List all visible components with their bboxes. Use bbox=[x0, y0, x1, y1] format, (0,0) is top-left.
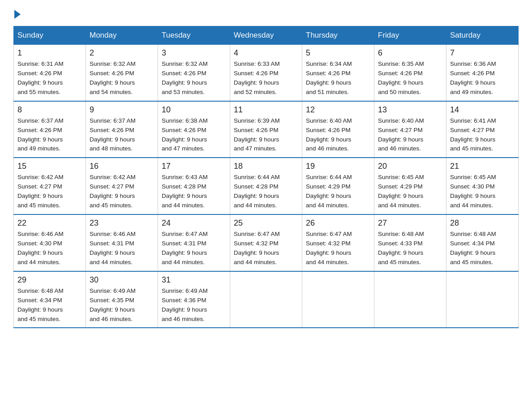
day-number: 3 bbox=[162, 48, 226, 58]
calendar-cell: 26 Sunrise: 6:47 AMSunset: 4:32 PMDaylig… bbox=[302, 214, 374, 271]
calendar-cell: 31 Sunrise: 6:49 AMSunset: 4:36 PMDaylig… bbox=[158, 271, 230, 328]
day-number: 1 bbox=[17, 48, 82, 58]
column-header-tuesday: Tuesday bbox=[158, 26, 230, 45]
day-number: 24 bbox=[162, 218, 226, 228]
calendar-cell: 13 Sunrise: 6:40 AMSunset: 4:27 PMDaylig… bbox=[374, 101, 446, 158]
calendar-cell bbox=[230, 271, 302, 328]
day-info: Sunrise: 6:48 AMSunset: 4:34 PMDaylight:… bbox=[450, 230, 515, 267]
day-number: 29 bbox=[17, 275, 82, 285]
day-number: 7 bbox=[450, 48, 515, 58]
day-number: 21 bbox=[450, 162, 515, 171]
week-row-3: 15 Sunrise: 6:42 AMSunset: 4:27 PMDaylig… bbox=[14, 158, 519, 214]
calendar-cell: 22 Sunrise: 6:46 AMSunset: 4:30 PMDaylig… bbox=[14, 214, 86, 271]
day-info: Sunrise: 6:46 AMSunset: 4:31 PMDaylight:… bbox=[90, 230, 154, 267]
day-number: 14 bbox=[450, 105, 515, 115]
day-info: Sunrise: 6:43 AMSunset: 4:28 PMDaylight:… bbox=[162, 173, 226, 210]
day-info: Sunrise: 6:46 AMSunset: 4:30 PMDaylight:… bbox=[17, 230, 82, 267]
calendar-cell: 14 Sunrise: 6:41 AMSunset: 4:27 PMDaylig… bbox=[446, 101, 519, 158]
calendar-cell: 3 Sunrise: 6:32 AMSunset: 4:26 PMDayligh… bbox=[158, 45, 230, 101]
calendar-cell: 12 Sunrise: 6:40 AMSunset: 4:26 PMDaylig… bbox=[302, 101, 374, 158]
calendar-cell: 30 Sunrise: 6:49 AMSunset: 4:35 PMDaylig… bbox=[86, 271, 158, 328]
day-info: Sunrise: 6:45 AMSunset: 4:30 PMDaylight:… bbox=[450, 173, 515, 210]
calendar-cell: 23 Sunrise: 6:46 AMSunset: 4:31 PMDaylig… bbox=[86, 214, 158, 271]
calendar-cell: 5 Sunrise: 6:34 AMSunset: 4:26 PMDayligh… bbox=[302, 45, 374, 101]
day-number: 5 bbox=[306, 48, 370, 58]
calendar-cell: 7 Sunrise: 6:36 AMSunset: 4:26 PMDayligh… bbox=[446, 45, 519, 101]
day-info: Sunrise: 6:33 AMSunset: 4:26 PMDaylight:… bbox=[234, 60, 298, 97]
logo bbox=[13, 9, 21, 17]
day-info: Sunrise: 6:49 AMSunset: 4:36 PMDaylight:… bbox=[162, 287, 226, 324]
calendar-cell: 15 Sunrise: 6:42 AMSunset: 4:27 PMDaylig… bbox=[14, 158, 86, 214]
day-info: Sunrise: 6:32 AMSunset: 4:26 PMDaylight:… bbox=[162, 60, 226, 97]
calendar-cell: 20 Sunrise: 6:45 AMSunset: 4:29 PMDaylig… bbox=[374, 158, 446, 214]
day-info: Sunrise: 6:37 AMSunset: 4:26 PMDaylight:… bbox=[90, 116, 154, 154]
column-header-wednesday: Wednesday bbox=[230, 26, 302, 45]
calendar-cell: 27 Sunrise: 6:48 AMSunset: 4:33 PMDaylig… bbox=[374, 214, 446, 271]
calendar-cell: 18 Sunrise: 6:44 AMSunset: 4:28 PMDaylig… bbox=[230, 158, 302, 214]
calendar-cell: 19 Sunrise: 6:44 AMSunset: 4:29 PMDaylig… bbox=[302, 158, 374, 214]
day-info: Sunrise: 6:40 AMSunset: 4:27 PMDaylight:… bbox=[378, 116, 442, 154]
day-number: 17 bbox=[162, 162, 226, 171]
day-number: 25 bbox=[234, 218, 298, 228]
calendar-cell: 16 Sunrise: 6:42 AMSunset: 4:27 PMDaylig… bbox=[86, 158, 158, 214]
column-header-monday: Monday bbox=[86, 26, 158, 45]
day-info: Sunrise: 6:42 AMSunset: 4:27 PMDaylight:… bbox=[90, 173, 154, 210]
day-info: Sunrise: 6:47 AMSunset: 4:32 PMDaylight:… bbox=[234, 230, 298, 267]
day-number: 2 bbox=[90, 48, 154, 58]
day-number: 30 bbox=[90, 275, 154, 285]
day-info: Sunrise: 6:49 AMSunset: 4:35 PMDaylight:… bbox=[90, 287, 154, 324]
day-number: 23 bbox=[90, 218, 154, 228]
day-info: Sunrise: 6:36 AMSunset: 4:26 PMDaylight:… bbox=[450, 60, 515, 97]
day-info: Sunrise: 6:38 AMSunset: 4:26 PMDaylight:… bbox=[162, 116, 226, 154]
header-row: SundayMondayTuesdayWednesdayThursdayFrid… bbox=[14, 26, 519, 45]
day-number: 4 bbox=[234, 48, 298, 58]
week-row-4: 22 Sunrise: 6:46 AMSunset: 4:30 PMDaylig… bbox=[14, 214, 519, 271]
day-number: 18 bbox=[234, 162, 298, 171]
day-number: 16 bbox=[90, 162, 154, 171]
day-number: 9 bbox=[90, 105, 154, 115]
day-number: 8 bbox=[17, 105, 82, 115]
day-number: 19 bbox=[306, 162, 370, 171]
week-row-2: 8 Sunrise: 6:37 AMSunset: 4:26 PMDayligh… bbox=[14, 101, 519, 158]
calendar-cell: 8 Sunrise: 6:37 AMSunset: 4:26 PMDayligh… bbox=[14, 101, 86, 158]
day-info: Sunrise: 6:37 AMSunset: 4:26 PMDaylight:… bbox=[17, 116, 82, 154]
logo-arrow-icon bbox=[14, 10, 21, 19]
day-info: Sunrise: 6:42 AMSunset: 4:27 PMDaylight:… bbox=[17, 173, 82, 210]
calendar-cell: 11 Sunrise: 6:39 AMSunset: 4:26 PMDaylig… bbox=[230, 101, 302, 158]
day-number: 13 bbox=[378, 105, 442, 115]
calendar-cell: 9 Sunrise: 6:37 AMSunset: 4:26 PMDayligh… bbox=[86, 101, 158, 158]
day-number: 20 bbox=[378, 162, 442, 171]
day-info: Sunrise: 6:48 AMSunset: 4:34 PMDaylight:… bbox=[17, 287, 82, 324]
day-number: 12 bbox=[306, 105, 370, 115]
column-header-friday: Friday bbox=[374, 26, 446, 45]
day-info: Sunrise: 6:32 AMSunset: 4:26 PMDaylight:… bbox=[90, 60, 154, 97]
calendar-cell: 28 Sunrise: 6:48 AMSunset: 4:34 PMDaylig… bbox=[446, 214, 519, 271]
week-row-1: 1 Sunrise: 6:31 AMSunset: 4:26 PMDayligh… bbox=[14, 45, 519, 101]
calendar-cell: 25 Sunrise: 6:47 AMSunset: 4:32 PMDaylig… bbox=[230, 214, 302, 271]
week-row-5: 29 Sunrise: 6:48 AMSunset: 4:34 PMDaylig… bbox=[14, 271, 519, 328]
calendar-cell: 1 Sunrise: 6:31 AMSunset: 4:26 PMDayligh… bbox=[14, 45, 86, 101]
calendar-cell: 10 Sunrise: 6:38 AMSunset: 4:26 PMDaylig… bbox=[158, 101, 230, 158]
day-number: 28 bbox=[450, 218, 515, 228]
day-number: 22 bbox=[17, 218, 82, 228]
calendar-cell: 6 Sunrise: 6:35 AMSunset: 4:26 PMDayligh… bbox=[374, 45, 446, 101]
day-info: Sunrise: 6:47 AMSunset: 4:32 PMDaylight:… bbox=[306, 230, 370, 267]
calendar-cell: 2 Sunrise: 6:32 AMSunset: 4:26 PMDayligh… bbox=[86, 45, 158, 101]
day-number: 10 bbox=[162, 105, 226, 115]
calendar-table: SundayMondayTuesdayWednesdayThursdayFrid… bbox=[13, 26, 519, 328]
calendar-cell: 17 Sunrise: 6:43 AMSunset: 4:28 PMDaylig… bbox=[158, 158, 230, 214]
day-number: 15 bbox=[17, 162, 82, 171]
day-number: 27 bbox=[378, 218, 442, 228]
day-number: 11 bbox=[234, 105, 298, 115]
day-info: Sunrise: 6:47 AMSunset: 4:31 PMDaylight:… bbox=[162, 230, 226, 267]
day-info: Sunrise: 6:35 AMSunset: 4:26 PMDaylight:… bbox=[378, 60, 442, 97]
calendar-cell: 21 Sunrise: 6:45 AMSunset: 4:30 PMDaylig… bbox=[446, 158, 519, 214]
calendar-cell: 29 Sunrise: 6:48 AMSunset: 4:34 PMDaylig… bbox=[14, 271, 86, 328]
calendar-cell: 24 Sunrise: 6:47 AMSunset: 4:31 PMDaylig… bbox=[158, 214, 230, 271]
day-info: Sunrise: 6:48 AMSunset: 4:33 PMDaylight:… bbox=[378, 230, 442, 267]
day-info: Sunrise: 6:44 AMSunset: 4:28 PMDaylight:… bbox=[234, 173, 298, 210]
column-header-sunday: Sunday bbox=[14, 26, 86, 45]
day-info: Sunrise: 6:39 AMSunset: 4:26 PMDaylight:… bbox=[234, 116, 298, 154]
day-info: Sunrise: 6:44 AMSunset: 4:29 PMDaylight:… bbox=[306, 173, 370, 210]
day-info: Sunrise: 6:41 AMSunset: 4:27 PMDaylight:… bbox=[450, 116, 515, 154]
